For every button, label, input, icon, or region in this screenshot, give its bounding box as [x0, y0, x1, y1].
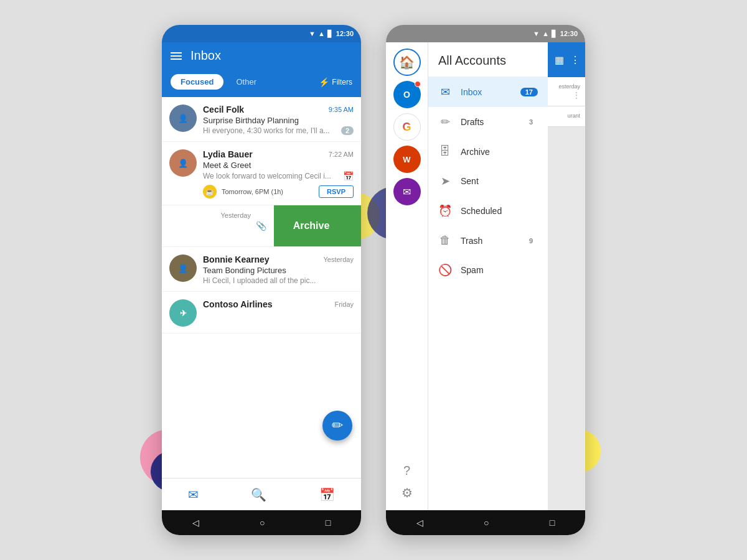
recent-button-left[interactable]: □: [326, 518, 331, 528]
home-button-right[interactable]: ○: [484, 518, 489, 528]
google-account[interactable]: G: [393, 113, 421, 141]
email-top-2: Lydia Bauer 7:22 AM: [203, 149, 354, 159]
swipe-email-item[interactable]: Yesterday end getaway aurants near our h…: [162, 205, 274, 246]
spam-menu-icon: 🚫: [438, 263, 452, 277]
inbox-title: Inbox: [190, 49, 352, 63]
spam-menu-label: Spam: [461, 265, 538, 275]
status-time-left: 12:30: [336, 30, 354, 37]
email-item-1[interactable]: 👤 Cecil Folk 9:35 AM Surprise Birthday P…: [162, 97, 361, 142]
home-button-left[interactable]: ○: [260, 518, 265, 528]
menu-item-sent[interactable]: ➤ Sent: [428, 166, 548, 196]
rsvp-button[interactable]: RSVP: [319, 185, 354, 198]
calendar-icon: 📅: [343, 171, 354, 181]
email-item-4[interactable]: ✈ Contoso Airlines Friday: [162, 292, 361, 334]
battery-icon-right: ▊: [552, 30, 557, 38]
sent-menu-label: Sent: [461, 176, 538, 186]
sent-menu-icon: ➤: [438, 174, 452, 188]
swipe-date: Yesterday: [162, 212, 251, 219]
settings-icon[interactable]: ⚙: [402, 485, 413, 500]
back-button-right[interactable]: ◁: [416, 518, 423, 528]
focused-tab[interactable]: Focused: [171, 74, 223, 90]
signal-icon-right: ▲: [542, 30, 549, 37]
drawer-bottom-icons: ? ⚙: [402, 464, 413, 510]
android-nav-left: ◁ ○ □: [162, 510, 361, 535]
time-1: 9:35 AM: [329, 106, 354, 113]
preview-2: We look forward to welcoming Cecil i... …: [203, 171, 354, 181]
office-account[interactable]: W: [393, 146, 421, 173]
wifi-icon: ▼: [309, 30, 316, 37]
sender-1: Cecil Folk: [203, 105, 244, 114]
other-tab[interactable]: Other: [228, 74, 264, 90]
filters-button[interactable]: ⚡ Filters: [319, 77, 352, 87]
home-account[interactable]: 🏠: [393, 49, 421, 76]
app-header-left: Inbox: [162, 42, 361, 69]
help-icon[interactable]: ?: [403, 464, 410, 478]
swipe-subject: end getaway: [162, 222, 251, 231]
swipe-content: Yesterday end getaway aurants near our h…: [162, 212, 251, 240]
menu-item-scheduled[interactable]: ⏰ Scheduled: [428, 196, 548, 226]
archive-menu-label: Archive: [461, 147, 538, 157]
status-icons-right: ▼ ▲ ▊: [533, 30, 557, 38]
grid-icon[interactable]: ▦: [555, 54, 564, 66]
home-icon: 🏠: [399, 55, 415, 70]
archive-menu-icon: 🗄: [438, 145, 452, 158]
compose-icon: ✏: [332, 418, 343, 434]
email-top-3: Bonnie Kearney Yesterday: [203, 254, 354, 264]
status-icons-left: ▼ ▲ ▊: [309, 30, 332, 38]
signal-icon: ▲: [318, 30, 325, 37]
menu-item-inbox[interactable]: ✉ Inbox 17: [428, 77, 548, 107]
account-notification-dot: [415, 81, 421, 87]
google-icon: G: [402, 121, 411, 134]
android-nav-right: ◁ ○ □: [386, 510, 585, 535]
email-item-3[interactable]: 👤 Bonnie Kearney Yesterday Team Bonding …: [162, 247, 361, 292]
paperclip-icon: 📎: [256, 221, 266, 231]
menu-item-trash[interactable]: 🗑 Trash 9: [428, 226, 548, 255]
recent-button-right[interactable]: □: [550, 518, 555, 528]
more-options-icon[interactable]: ⋮: [570, 54, 580, 66]
calendar-nav-item[interactable]: 📅: [316, 483, 339, 506]
purple-mail-account[interactable]: ✉: [393, 178, 421, 205]
inbox-menu-icon: ✉: [438, 85, 452, 99]
wifi-icon-right: ▼: [533, 30, 540, 37]
menu-item-drafts[interactable]: ✏ Drafts 3: [428, 107, 548, 137]
drafts-menu-icon: ✏: [438, 115, 452, 129]
office-icon: W: [403, 155, 410, 164]
drafts-menu-label: Drafts: [461, 117, 515, 127]
menu-item-archive[interactable]: 🗄 Archive: [428, 137, 548, 166]
scheduled-menu-label: Scheduled: [461, 206, 538, 216]
inbox-count: 17: [520, 88, 538, 96]
event-row: ☕ Tomorrow, 6PM (1h) RSVP: [203, 185, 354, 198]
hamburger-menu[interactable]: [171, 52, 182, 60]
email-content-2: Lydia Bauer 7:22 AM Meet & Greet We look…: [203, 149, 354, 198]
mail-nav-item[interactable]: ✉: [184, 483, 202, 506]
search-nav-item[interactable]: 🔍: [247, 483, 270, 506]
bottom-nav-left: ✉ 🔍 📅: [162, 478, 361, 510]
preview-3: Hi Cecil, I uploaded all of the pic...: [203, 276, 354, 285]
count-badge-1: 2: [341, 126, 354, 135]
email-top-1: Cecil Folk 9:35 AM: [203, 105, 354, 114]
tabs-row: Focused Other ⚡ Filters: [162, 69, 361, 97]
back-button-left[interactable]: ◁: [192, 518, 199, 528]
trash-menu-label: Trash: [461, 236, 515, 246]
preview-1: Hi everyone, 4:30 works for me, I'll a..…: [203, 126, 354, 135]
scheduled-menu-icon: ⏰: [438, 204, 452, 218]
avatar-contoso: ✈: [169, 299, 197, 327]
sender-3: Bonnie Kearney: [203, 254, 270, 264]
outlook-account[interactable]: O: [393, 81, 421, 108]
email-content-1: Cecil Folk 9:35 AM Surprise Birthday Pla…: [203, 105, 354, 135]
time-4: Friday: [334, 301, 354, 308]
email-top-4: Contoso Airlines Friday: [203, 299, 354, 309]
battery-icon: ▊: [327, 30, 332, 38]
lightning-icon: ⚡: [319, 77, 329, 87]
subject-2: Meet & Greet: [203, 161, 354, 170]
compose-fab[interactable]: ✏: [322, 411, 352, 441]
calendar-nav-icon: 📅: [319, 487, 335, 502]
menu-item-spam[interactable]: 🚫 Spam: [428, 255, 548, 285]
swipe-container: Archive Yesterday end getaway aurants ne…: [162, 205, 361, 247]
trash-menu-icon: 🗑: [438, 234, 452, 247]
sender-2: Lydia Bauer: [203, 149, 253, 159]
right-panel-item-1: esterday ⋮: [548, 77, 585, 106]
status-bar-left: ▼ ▲ ▊ 12:30: [162, 25, 361, 42]
sender-4: Contoso Airlines: [203, 299, 273, 309]
email-item-2[interactable]: 👤 Lydia Bauer 7:22 AM Meet & Greet We lo…: [162, 142, 361, 205]
